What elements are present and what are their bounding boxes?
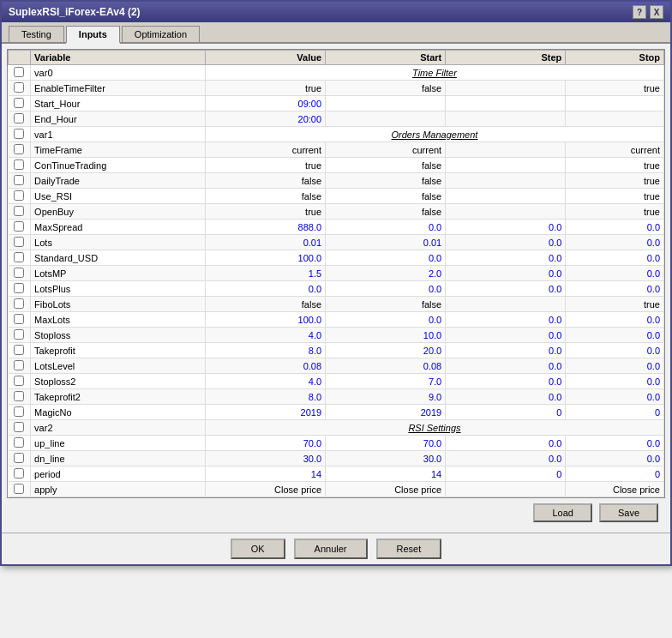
row-checkbox[interactable] [14, 98, 24, 108]
row-step [446, 482, 566, 497]
row-stop: true [566, 158, 664, 173]
row-checkbox[interactable] [14, 406, 24, 417]
row-value: 2019 [205, 405, 325, 420]
row-checkbox-col [9, 204, 31, 220]
row-value: 20:00 [205, 111, 325, 127]
row-checkbox[interactable] [14, 268, 24, 278]
row-step: 0.0 [446, 374, 566, 389]
row-start: false [326, 189, 446, 204]
close-button[interactable]: X [650, 5, 663, 19]
section-label: RSI Settings [205, 420, 663, 436]
col-checkbox [9, 51, 31, 65]
row-checkbox[interactable] [14, 144, 24, 154]
row-value: 14 [205, 466, 325, 482]
row-variable: Use_RSI [31, 189, 206, 204]
row-checkbox[interactable] [14, 113, 24, 123]
row-checkbox[interactable] [14, 437, 24, 448]
row-stop: 0.0 [566, 281, 664, 297]
load-button[interactable]: Load [533, 503, 591, 522]
section-checkbox[interactable] [14, 129, 24, 139]
row-stop: 0.0 [566, 374, 664, 389]
row-checkbox-col [9, 158, 31, 173]
row-value: false [205, 189, 325, 204]
row-checkbox[interactable] [14, 314, 24, 324]
row-step: 0.0 [446, 250, 566, 266]
row-checkbox[interactable] [14, 221, 24, 232]
row-value: 30.0 [205, 451, 325, 466]
row-value: 8.0 [205, 343, 325, 358]
window-title: SuplexRSI_iForex-EAv4 (2) [9, 6, 141, 18]
row-stop: true [566, 204, 664, 220]
section-var-col: var2 [31, 420, 206, 436]
table-row: LotsLevel 0.08 0.08 0.0 0.0 [9, 358, 664, 374]
tab-testing[interactable]: Testing [9, 26, 64, 42]
row-step: 0.0 [446, 312, 566, 328]
row-checkbox[interactable] [14, 160, 24, 170]
row-checkbox-col [9, 358, 31, 374]
row-stop: true [566, 189, 664, 204]
row-step: 0.0 [446, 220, 566, 235]
row-checkbox[interactable] [14, 376, 24, 386]
table-row: MagicNo 2019 2019 0 0 [9, 405, 664, 420]
row-step [446, 111, 566, 127]
row-variable: DailyTrade [31, 173, 206, 189]
row-checkbox[interactable] [14, 283, 24, 293]
row-checkbox-col [9, 405, 31, 420]
reset-button[interactable]: Reset [376, 539, 442, 559]
row-stop: true [566, 297, 664, 312]
row-start: 0.0 [326, 312, 446, 328]
ok-button[interactable]: OK [231, 539, 285, 559]
row-checkbox-col [9, 451, 31, 466]
row-stop [566, 96, 664, 111]
row-checkbox[interactable] [14, 484, 24, 494]
row-checkbox-col [9, 281, 31, 297]
row-variable: LotsLevel [31, 358, 206, 374]
row-stop: 0.0 [566, 220, 664, 235]
row-checkbox[interactable] [14, 237, 24, 247]
row-value: current [205, 142, 325, 158]
row-step: 0 [446, 466, 566, 482]
row-start: 0.08 [326, 358, 446, 374]
row-value: 100.0 [205, 250, 325, 266]
table-row: up_line 70.0 70.0 0.0 0.0 [9, 436, 664, 451]
row-step [446, 81, 566, 96]
row-variable: Standard_USD [31, 250, 206, 266]
main-window: SuplexRSI_iForex-EAv4 (2) ? X Testing In… [0, 0, 672, 566]
row-checkbox[interactable] [14, 206, 24, 216]
row-checkbox[interactable] [14, 190, 24, 201]
help-button[interactable]: ? [633, 5, 646, 19]
row-checkbox[interactable] [14, 391, 24, 401]
row-variable: Lots [31, 235, 206, 250]
tab-inputs[interactable]: Inputs [66, 26, 120, 44]
row-stop: 0 [566, 405, 664, 420]
row-checkbox[interactable] [14, 345, 24, 355]
table-row: OpenBuy true false true [9, 204, 664, 220]
row-variable: OpenBuy [31, 204, 206, 220]
row-step: 0.0 [446, 451, 566, 466]
row-checkbox[interactable] [14, 468, 24, 478]
table-row: LotsMP 1.5 2.0 0.0 0.0 [9, 266, 664, 281]
load-save-bar: Load Save [7, 498, 665, 527]
save-button[interactable]: Save [599, 503, 658, 522]
row-checkbox-col [9, 436, 31, 451]
row-checkbox[interactable] [14, 252, 24, 262]
tab-optimization[interactable]: Optimization [122, 26, 200, 42]
row-stop: 0.0 [566, 312, 664, 328]
row-start: 7.0 [326, 374, 446, 389]
row-checkbox[interactable] [14, 175, 24, 185]
row-checkbox[interactable] [14, 329, 24, 340]
row-start: false [326, 158, 446, 173]
row-checkbox[interactable] [14, 82, 24, 93]
cancel-button[interactable]: Annuler [294, 539, 368, 559]
row-checkbox[interactable] [14, 453, 24, 463]
section-checkbox[interactable] [14, 422, 24, 432]
section-checkbox[interactable] [14, 67, 24, 77]
row-step: 0 [446, 405, 566, 420]
row-start: false [326, 204, 446, 220]
row-step: 0.0 [446, 281, 566, 297]
row-checkbox[interactable] [14, 360, 24, 370]
row-checkbox[interactable] [14, 298, 24, 309]
row-checkbox-col [9, 312, 31, 328]
row-start: false [326, 297, 446, 312]
main-content: Variable Value Start Step Stop var0 Time… [2, 44, 670, 533]
